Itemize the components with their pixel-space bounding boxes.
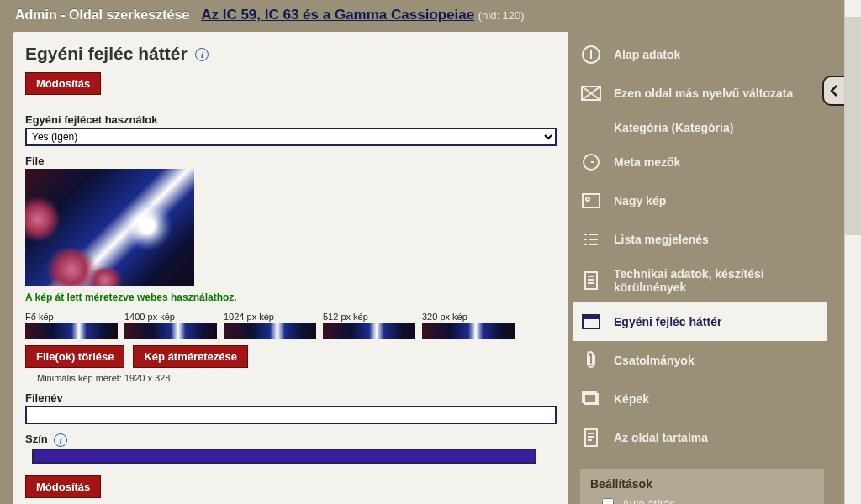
thumb-col: Fő kép — [25, 312, 118, 339]
page-icon — [580, 427, 602, 449]
color-swatch[interactable] — [32, 449, 536, 464]
thumb-col: 512 px kép — [323, 312, 415, 339]
filename-input[interactable] — [25, 406, 557, 424]
nav-custom-header[interactable]: Egyéni fejléc háttér — [573, 302, 827, 341]
page-link[interactable]: Az IC 59, IC 63 és a Gamma Cassiopeiae — [201, 7, 474, 23]
info-icon[interactable]: i — [195, 48, 209, 61]
window-scrollbar[interactable] — [844, 0, 861, 504]
submit-button-top[interactable]: Módosítás — [25, 72, 101, 95]
file-label: File — [25, 155, 557, 167]
thumb-image[interactable] — [25, 323, 118, 339]
svg-point-4 — [586, 197, 589, 201]
resized-note: A kép át lett méretezve webes használath… — [25, 291, 557, 303]
settings-box: Beállítások Auto átírás — [580, 469, 824, 504]
thumb-col: 1400 px kép — [124, 312, 217, 339]
main-panel: Egyéni fejléc háttér i Módosítás Egyéni … — [13, 32, 568, 504]
nav-images[interactable]: Képek — [573, 380, 827, 418]
collapse-sidebar-tab[interactable] — [822, 76, 844, 106]
breadcrumb-bar: Admin - Oldal szerkesztése Az IC 59, IC … — [0, 0, 841, 32]
submit-button-bottom[interactable]: Módosítás — [25, 475, 101, 498]
resize-image-button[interactable]: Kép átméretezése — [133, 345, 248, 368]
nav-attachments[interactable]: Csatolmányok — [573, 341, 827, 380]
document-icon — [580, 270, 602, 291]
thumb-image[interactable] — [323, 323, 415, 339]
nav-page-content[interactable]: Az oldal tartalma — [573, 418, 827, 457]
flag-icon — [580, 82, 602, 104]
image-icon — [580, 190, 602, 212]
nid-label: (nid: 120) — [478, 9, 525, 22]
side-nav: Alap adatok Ezen oldal más nyelvű változ… — [573, 32, 827, 504]
chevron-left-icon — [828, 83, 840, 98]
thumb-image[interactable] — [224, 323, 316, 339]
nav-meta[interactable]: Meta mezők — [573, 143, 827, 181]
delete-files-button[interactable]: File(ok) törlése — [25, 345, 124, 368]
thumb-col: 1024 px kép — [224, 312, 316, 339]
thumb-col: 320 px kép — [422, 312, 515, 339]
svg-rect-7 — [583, 315, 600, 319]
photos-icon — [580, 388, 602, 410]
thumb-image[interactable] — [422, 323, 515, 339]
settings-title: Beállítások — [590, 477, 814, 491]
svg-rect-3 — [583, 194, 600, 207]
section-title: Egyéni fejléc háttér i — [25, 44, 557, 64]
nav-category[interactable]: Kategória (Kategória) — [573, 113, 827, 143]
file-preview-image — [25, 169, 194, 286]
admin-title: Admin - Oldal szerkesztése — [15, 8, 189, 23]
paperclip-icon — [580, 349, 602, 371]
thumb-image[interactable] — [124, 323, 217, 339]
nav-other-lang[interactable]: Ezen oldal más nyelvű változata — [573, 74, 827, 113]
filename-label: Filenév — [25, 391, 557, 404]
nav-list-view[interactable]: Lista megjelenés — [573, 220, 827, 259]
min-size-note: Minimális kép méret: 1920 x 328 — [37, 373, 557, 383]
use-custom-header-select[interactable]: Yes (Igen) — [25, 128, 557, 146]
info-icon[interactable]: i — [54, 433, 67, 447]
auto-rewrite-checkbox[interactable]: Auto átírás — [602, 497, 814, 504]
list-icon — [580, 228, 602, 250]
header-bg-icon — [580, 311, 602, 333]
letter-g-icon — [580, 151, 602, 173]
step-one-icon — [580, 44, 602, 66]
color-label: Szín i — [25, 433, 557, 447]
nav-big-image[interactable]: Nagy kép — [573, 181, 827, 220]
nav-tech-data[interactable]: Technikai adatok, készítési körülmények — [573, 259, 827, 302]
nav-basic-data[interactable]: Alap adatok — [573, 35, 827, 74]
use-custom-header-label: Egyéni fejlécet használok — [25, 113, 557, 126]
